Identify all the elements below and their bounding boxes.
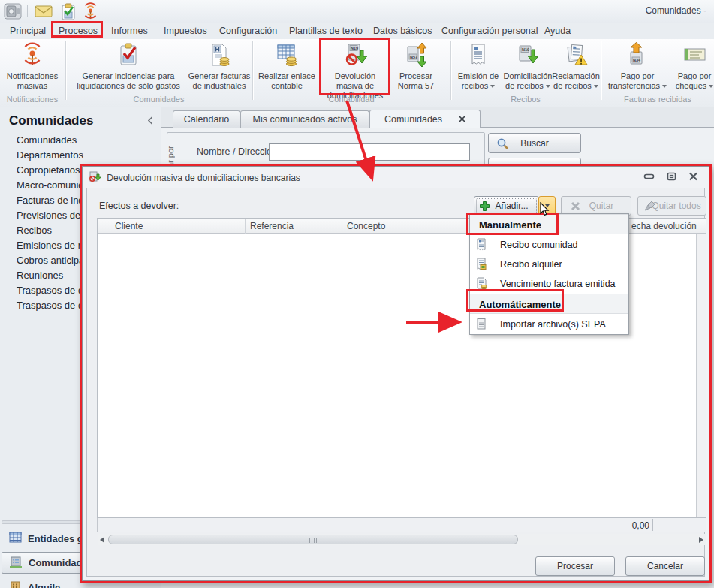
ribbon-group-label: Recibos [451,95,600,104]
menu-item-importar-sepa[interactable]: Importar archivo(s) SEPA [470,315,628,334]
scrollbar-thumb[interactable] [108,535,518,544]
ribbon-button-label: Pago por transferencias [608,71,660,90]
broadcast-icon [20,42,45,70]
titlebar-divider [27,5,28,17]
ribbon-button-label: Reclamación de recibos [552,71,600,90]
chevron-down-icon [709,85,713,88]
scroll-left-icon[interactable] [100,537,104,543]
menu-item-label: Vencimiento factura emitida [500,279,616,289]
cheque-icon [682,42,707,70]
ribbon-button-notificaciones-masivas[interactable]: Notificaciones masivas [1,41,64,91]
quitar-label: Quitar [589,201,614,211]
table-icon [9,532,22,546]
app-icon[interactable] [4,3,22,22]
invoice-h-coins-icon [206,42,232,70]
tab-mis-comunicados[interactable]: Mis comunicados activos [240,110,369,128]
column-header-cliente[interactable]: Cliente [110,219,246,234]
ribbon-button-label: Procesar Norma 57 [392,71,440,91]
ribbon-button-generar-facturas[interactable]: Generar facturas de industriales [188,41,251,91]
n34-up-icon: N34 [625,42,650,70]
menu-item-principal[interactable]: Principal [7,24,49,38]
horizontal-scrollbar[interactable] [98,534,706,545]
procesar-button[interactable]: Procesar [535,556,615,576]
minimize-icon[interactable] [643,172,655,183]
sidebar-item-comunidades[interactable]: Comunidades [17,134,77,146]
sidebar-item-reuniones[interactable]: Reuniones [17,270,63,281]
menu-bar: Principal Procesos Informes Impuestos Co… [0,23,714,39]
building-orange-icon [9,580,22,588]
close-icon[interactable] [688,172,698,183]
invoice-coins-small-icon [475,277,487,292]
search-icon [496,137,509,152]
ribbon-group-divider [65,41,66,100]
menu-item-label: Recibo alquiler [500,259,562,270]
menu-item-datos-basicos[interactable]: Datos básicos [370,24,435,38]
building-icon [9,556,23,571]
total-row: 0,00 [97,518,706,532]
thumb-grip [309,538,317,543]
svg-text:N19: N19 [522,47,529,52]
ribbon-button-enlace-contable[interactable]: Realizar enlace contable [255,41,318,91]
maximize-icon[interactable] [667,172,676,183]
buscar-label: Buscar [520,138,548,149]
chevron-down-icon [490,85,495,88]
menu-item-informes[interactable]: Informes [108,24,151,38]
quitar-todos-button[interactable]: Quitar todos [637,196,706,216]
buscar-button[interactable]: Buscar [488,133,581,153]
menu-item-plantillas[interactable]: Plantillas de texto [286,24,366,38]
ribbon-button-generar-incidencias[interactable]: Generar incidencias para liquidaciones d… [69,41,188,91]
tab-comunidades[interactable]: Comunidades [369,110,481,128]
menu-item-config-personal[interactable]: Configuración personal [438,24,541,38]
ribbon-button-domiciliacion-recibos[interactable]: N19 Domiciliación de recibos [503,41,553,91]
ribbon-button-devolucion-masiva[interactable]: N19 Devolución masiva de domiciliaciones [321,41,389,101]
menu-item-impuestos[interactable]: Impuestos [161,24,210,38]
ribbon-group-label: Contabilidad [253,95,450,104]
column-header-fecha-devolucion[interactable]: echa devolución [627,219,697,234]
cancelar-button[interactable]: Cancelar [625,556,705,576]
dialog-title-bar[interactable]: Devolución masiva de domiciliaciones ban… [89,171,300,185]
menu-item-vencimiento-factura[interactable]: Vencimiento factura emitida [470,274,628,294]
n57-arrows-icon: N57 [403,42,429,70]
menu-header-automaticamente: Automáticamente [470,294,628,314]
chevron-down-icon [662,85,667,88]
menu-item-ayuda[interactable]: Ayuda [541,24,574,38]
tasks-icon[interactable] [60,3,77,23]
broom-icon [644,201,656,214]
menu-item-recibo-alquiler[interactable]: Recibo alquiler [470,255,628,274]
rotated-filter-label: ar por [166,133,175,167]
collapse-chevron-icon[interactable] [147,116,153,127]
ribbon-button-emision-recibos[interactable]: Emisión de recibos [453,41,503,91]
sidebar-item-recibos[interactable]: Recibos [17,225,52,236]
ribbon-group-divider [601,41,601,100]
ribbon-button-label: Pago por cheques [676,71,712,90]
column-header-concepto[interactable]: Concepto [342,219,474,234]
ribbon-button-reclamacion-recibos[interactable]: Reclamación de recibos [553,41,599,91]
row-indicator-column[interactable] [98,219,110,234]
broadcast-icon[interactable] [81,2,100,23]
tab-bar: Calendario Mis comunicados activos Comun… [161,107,714,128]
sidebar-item-departamentos[interactable]: Departamentos [17,149,83,161]
window-context-label: Comunidades - [646,5,706,16]
ribbon-group-divider [252,41,253,100]
focus-rect [476,198,537,213]
menu-item-recibo-comunidad[interactable]: Recibo comunidad [470,235,628,255]
ribbon-button-label: Generar incidencias para liquidaciones d… [69,71,188,91]
sidebar-title: Comunidades [9,113,93,128]
total-value: 0,00 [616,520,649,531]
n19-down-icon: N19 [515,42,541,70]
vertical-scrollbar[interactable] [696,234,706,517]
column-header-referencia[interactable]: Referencia [246,219,342,234]
anadir-dropdown-menu: Manualmente Recibo comunidad Recibo alqu… [469,213,629,335]
close-tab-icon[interactable] [459,114,465,125]
scroll-right-icon[interactable] [699,537,703,543]
name-address-input[interactable] [269,143,470,161]
ribbon-button-label: Domiciliación de recibos [504,71,553,90]
tab-calendario[interactable]: Calendario [173,110,240,128]
ribbon-button-pago-transferencias[interactable]: N34 Pago por transferencias [605,41,670,91]
ribbon-button-procesar-norma57[interactable]: N57 Procesar Norma 57 [392,41,440,91]
svg-text:N34: N34 [633,58,641,62]
ribbon-button-pago-cheques[interactable]: Pago por cheques [673,41,714,91]
menu-item-procesos[interactable]: Procesos [56,24,101,38]
mail-icon[interactable] [35,5,53,20]
menu-item-configuracion[interactable]: Configuración [216,24,280,38]
